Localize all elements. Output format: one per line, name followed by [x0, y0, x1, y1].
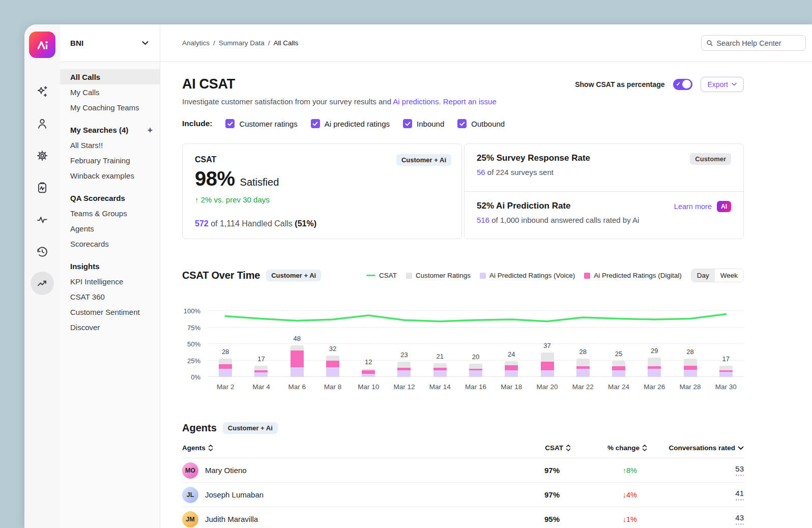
sidebar-section-my-searches[interactable]: My Searches (4) +: [60, 122, 160, 137]
checkbox-checked-icon: [225, 119, 235, 128]
column-header-percent-change[interactable]: % change: [571, 444, 647, 452]
csat-percentage-toggle[interactable]: ✓: [673, 79, 692, 90]
page-content: AI CSAT Show CSAT as percentage ✓ Export…: [160, 62, 812, 528]
sidebar-item-label: Scorecards: [70, 240, 109, 248]
breadcrumb: Analytics/ Summary Data/ All Calls: [182, 39, 298, 47]
ai-rated-count: 516: [477, 216, 489, 224]
rated-dots-icon: [736, 523, 744, 525]
sidebar-item-winback-examples[interactable]: Winback examples: [60, 168, 160, 183]
search-input[interactable]: [716, 39, 801, 47]
y-axis-tick: 100%: [184, 307, 200, 315]
sparkles-ai-icon[interactable]: [36, 84, 49, 98]
breadcrumb-separator: /: [268, 39, 270, 47]
x-axis-tick: Mar 10: [351, 383, 386, 391]
x-axis-tick: Mar 12: [386, 383, 422, 391]
avatar: JL: [182, 487, 198, 503]
survey-response-rate-section: 25% Survey Response Rate 56 of 224 surve…: [465, 144, 743, 191]
sidebar-item-all-calls[interactable]: All Calls: [60, 69, 160, 84]
include-checkbox-ai-predicted-ratings[interactable]: Ai predicted ratings: [311, 119, 390, 128]
include-label: Include:: [182, 119, 212, 128]
page-title: AI CSAT: [182, 76, 235, 92]
rated-count: 53: [735, 464, 744, 473]
agent-csat: 95%: [510, 515, 571, 523]
export-button[interactable]: Export: [701, 77, 744, 92]
sidebar-item-label: Discover: [70, 323, 100, 332]
sidebar-item-label: Winback examples: [70, 171, 134, 180]
sidebar-section-qa-scorecards[interactable]: QA Scorecards: [60, 190, 160, 206]
ai-prediction-rate-section: 52% Ai Prediction Rate 516 of 1,000 inbo…: [465, 191, 743, 239]
ai-logo-icon: [34, 36, 51, 53]
agent-row-joseph-lumaban[interactable]: JL Joseph Lumaban 97% ↓4% 41: [182, 483, 744, 507]
toggle-knob: [682, 80, 691, 89]
agents-table-header: Agents CSAT % change Conversations rated: [182, 444, 744, 458]
sidebar-item-kpi-intelligence[interactable]: KPI Intelligence: [60, 274, 160, 289]
agent-row-mary-otieno[interactable]: MO Mary Otieno 97% ↑8% 53: [182, 458, 744, 483]
surveys-responded-count: 56: [477, 168, 485, 177]
activity-pulse-icon[interactable]: [36, 213, 49, 226]
x-axis-tick: Mar 20: [529, 383, 565, 391]
include-checkbox-inbound[interactable]: Inbound: [403, 119, 444, 128]
user-icon[interactable]: [36, 116, 49, 130]
sidebar-item-my-calls[interactable]: My Calls: [60, 84, 160, 100]
handled-calls-percent: (51%): [295, 219, 316, 228]
csat-summary-card: Customer + Ai CSAT 98% Satisfied ↑ 2% vs…: [182, 143, 462, 239]
rated-count: 43: [735, 513, 744, 522]
column-header-agents[interactable]: Agents: [182, 444, 510, 452]
checkbox-label: Ai predicted ratings: [325, 120, 390, 128]
handled-calls-mid: of 1,114 Handled Calls: [209, 219, 295, 228]
agent-row-judith-maravilla[interactable]: JM Judith Maravilla 95% ↓1% 43: [182, 507, 744, 528]
history-icon[interactable]: [36, 245, 49, 258]
sidebar-item-label: All Calls: [70, 73, 100, 81]
x-axis-tick: Mar 14: [422, 383, 458, 391]
sidebar-item-all-stars[interactable]: All Stars!!: [60, 137, 160, 153]
ai-predictions-link[interactable]: Ai predictions.: [393, 97, 441, 106]
sidebar-item-agents[interactable]: Agents: [60, 221, 160, 236]
settings-gear-icon[interactable]: [36, 149, 49, 162]
sidebar-item-february-training[interactable]: February Training: [60, 153, 160, 168]
breadcrumb-analytics[interactable]: Analytics: [182, 39, 210, 47]
survey-response-rate-detail: 56 of 224 surveys sent: [477, 168, 590, 177]
square-swatch: [584, 273, 590, 279]
sidebar-item-scorecards[interactable]: Scorecards: [60, 236, 160, 251]
line-swatch: [366, 275, 375, 277]
trend-analytics-icon[interactable]: [31, 272, 54, 295]
help-search[interactable]: [701, 35, 806, 51]
breadcrumb-summary-data[interactable]: Summary Data: [219, 39, 265, 47]
include-checkbox-customer-ratings[interactable]: Customer ratings: [225, 119, 297, 128]
sidebar-section-label: Insights: [70, 262, 100, 271]
agent-name: Mary Otieno: [205, 466, 247, 475]
range-option-week[interactable]: Week: [715, 269, 743, 282]
agent-conversations-rated: 43: [647, 513, 744, 525]
sidebar-item-csat-360[interactable]: CSAT 360: [60, 289, 160, 304]
brand-logo[interactable]: [29, 32, 55, 58]
checkbox-label: Outbound: [471, 120, 505, 128]
sidebar-item-customer-sentiment[interactable]: Customer Sentiment: [60, 304, 160, 319]
workspace-name: BNI: [70, 39, 83, 47]
checkbox-checked-icon: [311, 119, 320, 128]
range-option-day[interactable]: Day: [691, 269, 715, 282]
sidebar-item-label: Customer Sentiment: [70, 308, 140, 316]
sidebar-section-label: QA Scorecards: [70, 194, 125, 202]
sidebar-item-discover[interactable]: Discover: [60, 319, 160, 335]
report-issue-link[interactable]: Report an issue: [443, 97, 497, 106]
x-axis-tick: Mar 4: [243, 383, 279, 391]
agent-conversations-rated: 53: [647, 464, 744, 476]
column-header-conversations-rated[interactable]: Conversations rated: [647, 444, 744, 452]
sidebar-item-teams-groups[interactable]: Teams & Groups: [60, 206, 160, 221]
breadcrumb-all-calls: All Calls: [274, 39, 299, 47]
sidebar-item-my-coaching-teams[interactable]: My Coaching Teams: [60, 100, 160, 115]
x-axis-tick: Mar 24: [601, 383, 636, 391]
learn-more-link[interactable]: Learn more: [674, 202, 712, 211]
sidebar-section-insights[interactable]: Insights: [60, 258, 160, 274]
search-icon: [706, 39, 713, 47]
csat-value: 98%: [195, 167, 235, 190]
workspace-switcher[interactable]: BNI: [60, 24, 160, 62]
add-search-button[interactable]: +: [148, 126, 153, 134]
call-recordings-icon[interactable]: [36, 181, 49, 194]
surveys-sent-text: of 224 surveys sent: [485, 168, 554, 177]
y-axis-tick: 0%: [191, 373, 200, 381]
handled-calls-count: 572: [195, 219, 209, 228]
include-checkbox-outbound[interactable]: Outbound: [457, 119, 505, 128]
sidebar-item-label: My Calls: [70, 88, 100, 97]
column-header-csat[interactable]: CSAT: [510, 444, 571, 452]
